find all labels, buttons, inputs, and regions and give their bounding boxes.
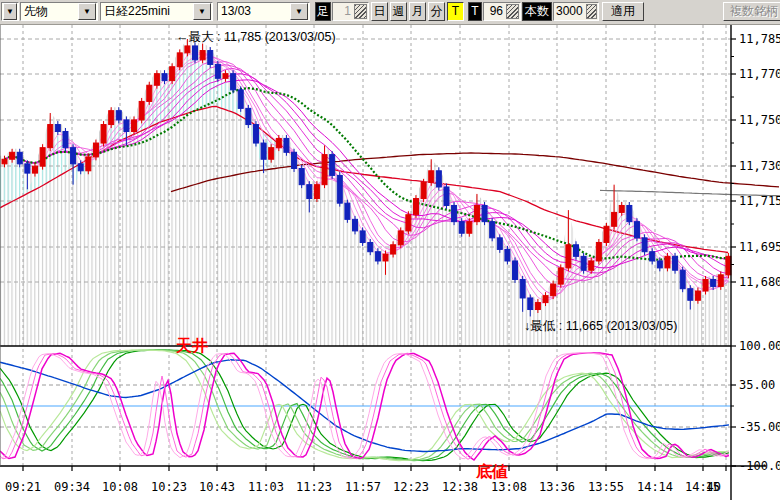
svg-text:10:43: 10:43 [199,480,235,494]
mini-combo[interactable]: ▼ [1,2,19,21]
t-label: T [468,2,482,21]
t-count-value: 96 [484,3,505,20]
honsu-value: 3000 [554,3,585,20]
svg-text:11:57: 11:57 [345,480,381,494]
svg-text:12:23: 12:23 [393,480,429,494]
interval-stepper[interactable]: 1 [332,2,369,21]
chart-canvas[interactable]: 11,78511,77011,75011,73011,71511,69511,6… [0,24,780,500]
spinner-grip-icon[interactable] [354,4,367,19]
svg-text:11,695: 11,695 [739,240,780,254]
svg-text:11,680: 11,680 [739,275,780,289]
honsu-label: 本数 [522,2,552,21]
svg-text:↓最低 : 11,665 (2013/03/05): ↓最低 : 11,665 (2013/03/05) [524,319,677,333]
svg-text:11,750: 11,750 [739,113,780,127]
svg-text:11:23: 11:23 [296,480,332,494]
period-day-button[interactable]: 日 [371,2,388,21]
svg-text:15: 15 [706,480,720,494]
chevron-down-icon[interactable]: ▼ [193,3,211,20]
chart-area[interactable]: 11,78511,77011,75011,73011,71511,69511,6… [0,24,780,500]
contract-value: 13/03 [218,3,289,20]
svg-text:100.00: 100.00 [739,339,780,353]
spinner-grip-icon[interactable] [506,4,519,19]
svg-text:←最大 : 11,785 (2013/03/05): ←最大 : 11,785 (2013/03/05) [176,30,336,44]
multi-symbol-button[interactable]: 複数銘柄 [723,2,780,21]
svg-text:13:08: 13:08 [491,480,527,494]
contract-combo[interactable]: 13/03 ▼ [217,2,310,21]
period-tick-button[interactable]: T [447,2,464,21]
ashi-label: 足 [315,2,331,21]
svg-text:14:14: 14:14 [637,480,673,494]
svg-text:11,715: 11,715 [739,194,780,208]
toolbar: ▼ 先物 ▼ 日経225mini ▼ 13/03 ▼ 足 1 日 週 月 分 T… [0,0,780,25]
svg-text:11,785: 11,785 [739,32,780,46]
chevron-down-icon[interactable]: ▼ [290,3,308,20]
svg-text:天井: 天井 [175,337,208,354]
oscillator-pane [0,350,731,460]
period-month-button[interactable]: 月 [409,2,426,21]
svg-text:09:21: 09:21 [5,480,41,494]
instrument-value: 先物 [21,3,77,20]
svg-text:09:34: 09:34 [54,480,90,494]
svg-text:-35.00: -35.00 [739,420,780,434]
interval-value: 1 [333,3,353,20]
chevron-down-icon[interactable]: ▼ [3,3,17,20]
price-hatch-background [0,39,731,346]
apply-button[interactable]: 適用 [602,2,644,21]
svg-text:11,770: 11,770 [739,67,780,81]
svg-text:11,730: 11,730 [739,159,780,173]
symbol-value: 日経225mini [101,3,192,20]
svg-text:35.00: 35.00 [739,378,775,392]
chevron-down-icon[interactable]: ▼ [78,3,96,20]
svg-text:12:38: 12:38 [442,480,478,494]
period-minute-button[interactable]: 分 [428,2,445,21]
honsu-stepper[interactable]: 3000 [553,2,599,21]
instrument-combo[interactable]: 先物 ▼ [20,2,98,21]
svg-text:底値: 底値 [475,462,508,480]
svg-text:10:23: 10:23 [151,480,187,494]
svg-text:13:36: 13:36 [539,480,575,494]
svg-text:10:08: 10:08 [102,480,138,494]
period-week-button[interactable]: 週 [390,2,407,21]
svg-text:13:55: 13:55 [588,480,624,494]
symbol-combo[interactable]: 日経225mini ▼ [100,2,213,21]
spinner-grip-icon[interactable] [586,4,597,19]
svg-text:11:03: 11:03 [248,480,284,494]
t-count-stepper[interactable]: 96 [483,2,521,21]
svg-text:-100.00: -100.00 [739,459,780,473]
